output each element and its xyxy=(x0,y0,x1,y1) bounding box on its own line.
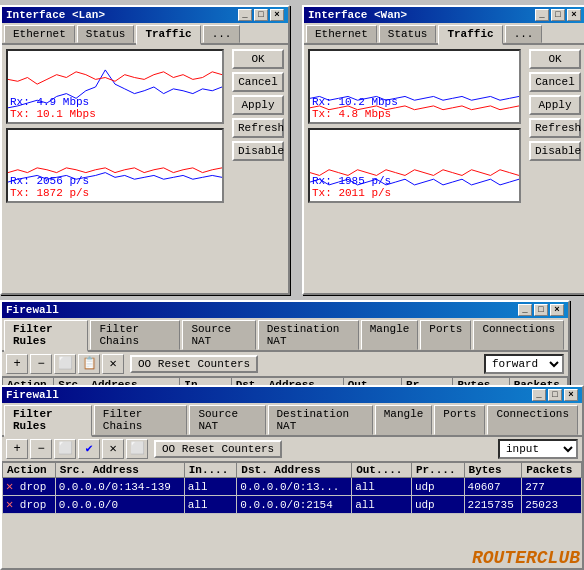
fw1-tab-source-nat[interactable]: Source NAT xyxy=(182,320,255,350)
fw2-reset-counters-btn[interactable]: OO Reset Counters xyxy=(154,440,282,458)
fw1-reset-counters-btn[interactable]: OO Reset Counters xyxy=(130,355,258,373)
wan-tab-bar: Ethernet Status Traffic ... xyxy=(304,23,584,45)
fw2-cell-in: all xyxy=(184,496,237,514)
lan-graph1: Rx: 4.9 Mbps Tx: 10.1 Mbps xyxy=(6,49,224,124)
fw1-minimize-btn[interactable]: _ xyxy=(518,304,532,316)
wan-apply-btn[interactable]: Apply xyxy=(529,95,581,115)
wan-graph1-rx: Rx: 10.2 Mbps xyxy=(312,96,398,108)
wan-refresh-btn[interactable]: Refresh xyxy=(529,118,581,138)
fw2-tab-filter-chains[interactable]: Filter Chains xyxy=(94,405,188,435)
wan-maximize-btn[interactable]: □ xyxy=(551,9,565,21)
wan-graph1-tx: Tx: 4.8 Mbps xyxy=(312,108,398,120)
wan-tab-status[interactable]: Status xyxy=(379,25,437,43)
lan-graph1-tx: Tx: 10.1 Mbps xyxy=(10,108,96,120)
lan-tab-more[interactable]: ... xyxy=(203,25,241,43)
fw2-tab-source-nat[interactable]: Source NAT xyxy=(189,405,265,435)
fw2-cell-packets: 25023 xyxy=(522,496,582,514)
fw2-tab-dest-nat[interactable]: Destination NAT xyxy=(268,405,373,435)
fw2-cell-dst: 0.0.0.0/0:13... xyxy=(237,478,352,496)
lan-disable-btn[interactable]: Disable xyxy=(232,141,284,161)
lan-tab-status[interactable]: Status xyxy=(77,25,135,43)
fw1-tab-filter-chains[interactable]: Filter Chains xyxy=(90,320,180,350)
wan-tab-traffic[interactable]: Traffic xyxy=(438,25,502,45)
fw2-tab-connections[interactable]: Connections xyxy=(487,405,578,435)
fw2-col-packets: Packets xyxy=(522,463,582,478)
wan-graph2-legend: Rx: 1985 p/s Tx: 2011 p/s xyxy=(312,175,391,199)
fw2-cell-dst: 0.0.0.0/0:2154 xyxy=(237,496,352,514)
fw1-tab-connections[interactable]: Connections xyxy=(473,320,564,350)
fw2-delete-btn[interactable]: ✕ xyxy=(102,439,124,459)
lan-refresh-btn[interactable]: Refresh xyxy=(232,118,284,138)
fw2-paste-btn[interactable]: ⬜ xyxy=(126,439,148,459)
firewall2-window: Firewall _ □ × Filter Rules Filter Chain… xyxy=(0,385,584,570)
wan-window: Interface <Wan> _ □ × Ethernet Status Tr… xyxy=(302,5,584,295)
fw2-maximize-btn[interactable]: □ xyxy=(548,389,562,401)
watermark: ROUTERCLUB xyxy=(472,548,580,568)
lan-tab-traffic[interactable]: Traffic xyxy=(136,25,200,45)
wan-title-buttons: _ □ × xyxy=(535,9,581,21)
wan-tab-more[interactable]: ... xyxy=(505,25,543,43)
wan-graph2-tx: Tx: 2011 p/s xyxy=(312,187,391,199)
wan-ok-btn[interactable]: OK xyxy=(529,49,581,69)
fw2-cell-action: ✕ drop xyxy=(3,478,56,496)
lan-tab-ethernet[interactable]: Ethernet xyxy=(4,25,75,43)
wan-main: Rx: 10.2 Mbps Tx: 4.8 Mbps Rx: 1985 p/s … xyxy=(304,45,525,211)
fw1-copy-btn[interactable]: ⬜ xyxy=(54,354,76,374)
fw1-maximize-btn[interactable]: □ xyxy=(534,304,548,316)
wan-close-btn[interactable]: × xyxy=(567,9,581,21)
fw1-paste-btn[interactable]: 📋 xyxy=(78,354,100,374)
fw2-col-in: In.... xyxy=(184,463,237,478)
wan-minimize-btn[interactable]: _ xyxy=(535,9,549,21)
fw2-tab-filter-rules[interactable]: Filter Rules xyxy=(4,405,92,437)
fw2-cell-proto: udp xyxy=(411,478,464,496)
fw2-title-buttons: _ □ × xyxy=(532,389,578,401)
fw2-title-bar: Firewall _ □ × xyxy=(2,387,582,403)
fw2-cell-bytes: 40607 xyxy=(464,478,522,496)
fw2-chain-dropdown[interactable]: input forward output xyxy=(498,439,578,459)
wan-graph1-legend: Rx: 10.2 Mbps Tx: 4.8 Mbps xyxy=(312,96,398,120)
fw1-tab-bar: Filter Rules Filter Chains Source NAT De… xyxy=(2,318,568,352)
fw2-copy-btn[interactable]: ⬜ xyxy=(54,439,76,459)
fw1-remove-btn[interactable]: − xyxy=(30,354,52,374)
fw1-add-btn[interactable]: + xyxy=(6,354,28,374)
fw1-tab-filter-rules[interactable]: Filter Rules xyxy=(4,320,88,352)
wan-tab-ethernet[interactable]: Ethernet xyxy=(306,25,377,43)
fw2-cell-bytes: 2215735 xyxy=(464,496,522,514)
fw1-chain-dropdown[interactable]: forward input output xyxy=(484,354,564,374)
lan-main: Rx: 4.9 Mbps Tx: 10.1 Mbps Rx: 2056 p/s … xyxy=(2,45,228,211)
wan-title: Interface <Wan> xyxy=(308,9,407,21)
fw2-col-action: Action xyxy=(3,463,56,478)
fw2-table-row[interactable]: ✕ drop 0.0.0.0/0:134-139 all 0.0.0.0/0:1… xyxy=(3,478,582,496)
fw2-cell-packets: 277 xyxy=(522,478,582,496)
lan-maximize-btn[interactable]: □ xyxy=(254,9,268,21)
fw1-tab-dest-nat[interactable]: Destination NAT xyxy=(258,320,359,350)
wan-disable-btn[interactable]: Disable xyxy=(529,141,581,161)
wan-title-bar: Interface <Wan> _ □ × xyxy=(304,7,584,23)
fw2-cell-out: all xyxy=(352,478,412,496)
wan-cancel-btn[interactable]: Cancel xyxy=(529,72,581,92)
lan-title-bar: Interface <Lan> _ □ × xyxy=(2,7,288,23)
lan-graph1-rx: Rx: 4.9 Mbps xyxy=(10,96,96,108)
fw2-check-btn[interactable]: ✔ xyxy=(78,439,100,459)
fw1-tab-ports[interactable]: Ports xyxy=(420,320,471,350)
fw1-close-btn[interactable]: × xyxy=(550,304,564,316)
lan-close-btn[interactable]: × xyxy=(270,9,284,21)
lan-apply-btn[interactable]: Apply xyxy=(232,95,284,115)
fw1-delete-btn[interactable]: ✕ xyxy=(102,354,124,374)
wan-buttons: OK Cancel Apply Refresh Disable xyxy=(525,45,584,211)
fw2-close-btn[interactable]: × xyxy=(564,389,578,401)
fw2-add-btn[interactable]: + xyxy=(6,439,28,459)
fw1-tab-mangle[interactable]: Mangle xyxy=(361,320,419,350)
fw2-minimize-btn[interactable]: _ xyxy=(532,389,546,401)
fw1-title-bar: Firewall _ □ × xyxy=(2,302,568,318)
x-icon: ✕ xyxy=(6,498,13,512)
lan-cancel-btn[interactable]: Cancel xyxy=(232,72,284,92)
fw2-remove-btn[interactable]: − xyxy=(30,439,52,459)
lan-ok-btn[interactable]: OK xyxy=(232,49,284,69)
wan-graph2-rx: Rx: 1985 p/s xyxy=(312,175,391,187)
lan-minimize-btn[interactable]: _ xyxy=(238,9,252,21)
fw2-col-proto: Pr.... xyxy=(411,463,464,478)
fw2-table-row[interactable]: ✕ drop 0.0.0.0/0 all 0.0.0.0/0:2154 all … xyxy=(3,496,582,514)
fw2-tab-mangle[interactable]: Mangle xyxy=(375,405,433,435)
fw2-tab-ports[interactable]: Ports xyxy=(434,405,485,435)
